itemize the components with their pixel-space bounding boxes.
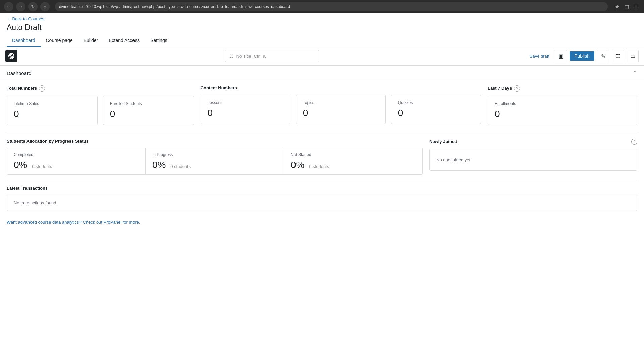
tab-course-page[interactable]: Course page [41, 34, 78, 47]
enrolled-students-card: Enrolled Students 0 [103, 96, 194, 125]
title-placeholder-text: No Title [236, 54, 251, 59]
last-7-days-header: Last 7 Days ? [488, 85, 637, 92]
total-numbers-header: Total Numbers ? [7, 85, 194, 92]
tab-extend-access[interactable]: Extend Access [103, 34, 145, 47]
topics-label: Topics [303, 100, 379, 105]
address-bar[interactable]: divine-feather-76243.wp1.site/wp-admin/p… [55, 2, 608, 11]
content-numbers-header: Content Numbers [201, 85, 481, 90]
bookmark-icon[interactable]: ★ [613, 3, 621, 11]
enrollments-label: Enrollments [495, 101, 630, 106]
middle-row: Students Allocation by Progress Status C… [0, 139, 644, 180]
no-transactions-text: No transactions found. [14, 200, 630, 205]
title-shortcut: Ctrl+K [254, 54, 266, 59]
students-allocation-title: Students Allocation by Progress Status [7, 139, 89, 144]
left-col: Students Allocation by Progress Status C… [7, 139, 423, 175]
browser-chrome: ← → ↻ ⌂ divine-feather-76243.wp1.site/wp… [0, 0, 644, 13]
lifetime-sales-card: Lifetime Sales 0 [7, 96, 98, 125]
quizzes-label: Quizzes [398, 100, 474, 105]
no-joined-text: No one joined yet. [436, 155, 630, 165]
enrollments-value: 0 [495, 109, 630, 119]
total-numbers-cards: Lifetime Sales 0 Enrolled Students 0 [7, 96, 194, 125]
content-numbers-title: Content Numbers [201, 85, 237, 90]
dashboard-section-header: Dashboard ⌃ [0, 66, 644, 80]
in-progress-label: In Progress [152, 152, 277, 157]
in-progress-sub: 0 students [170, 164, 191, 169]
last-7-days-cards: Enrollments 0 [488, 96, 637, 125]
promo-link-section: Want advanced course data analytics? Che… [0, 217, 644, 230]
browser-actions: ★ ◫ ⋮ [613, 3, 640, 11]
total-numbers-title: Total Numbers [7, 86, 37, 91]
page-header: ← Back to Courses Auto Draft [0, 13, 644, 34]
topics-card: Topics 0 [296, 95, 386, 124]
back-button[interactable]: ← [4, 2, 13, 11]
last-7-days-section: Last 7 Days ? Enrollments 0 [488, 85, 637, 125]
newly-joined-header: Newly Joined ? [429, 139, 637, 145]
not-started-value: 0% 0 students [291, 160, 416, 170]
url-text: divine-feather-76243.wp1.site/wp-admin/p… [59, 4, 290, 9]
right-col: Newly Joined ? No one joined yet. [429, 139, 637, 171]
in-progress-item: In Progress 0% 0 students [146, 148, 284, 175]
preview-icon-btn[interactable]: ▣ [555, 50, 567, 62]
document-icon: ☷ [229, 54, 233, 59]
newly-joined-info-icon[interactable]: ? [631, 139, 637, 145]
not-started-label: Not Started [291, 152, 416, 157]
wp-admin: ← Back to Courses Auto Draft Dashboard C… [0, 13, 644, 362]
content-numbers-cards: Lessons 0 Topics 0 Quizzes 0 [201, 95, 481, 124]
menu-icon[interactable]: ⋮ [632, 3, 640, 11]
home-button[interactable]: ⌂ [40, 2, 50, 11]
title-input-area[interactable]: ☷ No Title Ctrl+K [225, 50, 319, 62]
refresh-button[interactable]: ↻ [28, 2, 38, 11]
tab-dashboard[interactable]: Dashboard [7, 34, 41, 47]
stats-area: Total Numbers ? Lifetime Sales 0 Enrolle… [0, 80, 644, 133]
progress-bars-row: Completed 0% 0 students In Progress 0% 0… [7, 148, 423, 175]
wp-logo[interactable] [5, 50, 17, 62]
extensions-icon[interactable]: ◫ [623, 3, 631, 11]
enrolled-students-value: 0 [110, 109, 187, 119]
newly-joined-title: Newly Joined [429, 139, 457, 144]
section-divider-2 [7, 180, 637, 180]
grid-icon-btn[interactable]: ☷ [612, 50, 624, 62]
tab-builder[interactable]: Builder [78, 34, 104, 47]
completed-label: Completed [14, 152, 139, 157]
toolbar-right: Save draft ▣ Publish ✎ ☷ ▭ [527, 50, 639, 62]
layout-icon-btn[interactable]: ▭ [627, 50, 639, 62]
lessons-label: Lessons [208, 100, 283, 105]
transactions-card: No transactions found. [7, 195, 637, 211]
last-7-days-info-icon[interactable]: ? [514, 85, 520, 92]
tabs-bar: Dashboard Course page Builder Extend Acc… [0, 34, 644, 47]
topics-value: 0 [303, 108, 379, 118]
total-numbers-info-icon[interactable]: ? [39, 85, 45, 92]
newly-joined-card: No one joined yet. [429, 149, 637, 171]
tab-settings[interactable]: Settings [145, 34, 173, 47]
editor-toolbar: ☷ No Title Ctrl+K Save draft ▣ Publish ✎… [0, 47, 644, 66]
not-started-sub: 0 students [309, 164, 329, 169]
enrollments-card: Enrollments 0 [488, 96, 637, 125]
total-numbers-section: Total Numbers ? Lifetime Sales 0 Enrolle… [7, 85, 194, 125]
dashboard-section-title: Dashboard [7, 70, 31, 76]
forward-button[interactable]: → [16, 2, 25, 11]
completed-sub: 0 students [32, 164, 52, 169]
transactions-section: Latest Transactions No transactions foun… [0, 186, 644, 217]
completed-item: Completed 0% 0 students [7, 148, 146, 175]
completed-value: 0% 0 students [14, 160, 139, 170]
main-content: Dashboard ⌃ Total Numbers ? Lifetime Sal… [0, 66, 644, 230]
propanel-promo-link[interactable]: Want advanced course data analytics? Che… [7, 220, 140, 225]
last-7-days-title: Last 7 Days [488, 86, 512, 91]
in-progress-value: 0% 0 students [152, 160, 277, 170]
edit-icon-btn[interactable]: ✎ [597, 50, 609, 62]
enrolled-students-label: Enrolled Students [110, 101, 187, 106]
quizzes-value: 0 [398, 108, 474, 118]
lifetime-sales-value: 0 [14, 109, 91, 119]
stats-top-row: Total Numbers ? Lifetime Sales 0 Enrolle… [7, 85, 637, 125]
back-to-courses-link[interactable]: ← Back to Courses [7, 16, 44, 21]
section-divider-1 [7, 133, 637, 133]
transactions-title: Latest Transactions [7, 186, 637, 191]
publish-button[interactable]: Publish [570, 51, 594, 61]
quizzes-card: Quizzes 0 [391, 95, 481, 124]
save-draft-button[interactable]: Save draft [527, 52, 552, 61]
wp-logo-icon [8, 53, 15, 59]
not-started-item: Not Started 0% 0 students [284, 148, 423, 175]
page-title: Auto Draft [7, 23, 637, 33]
collapse-icon[interactable]: ⌃ [632, 70, 637, 77]
students-allocation-header: Students Allocation by Progress Status [7, 139, 423, 144]
